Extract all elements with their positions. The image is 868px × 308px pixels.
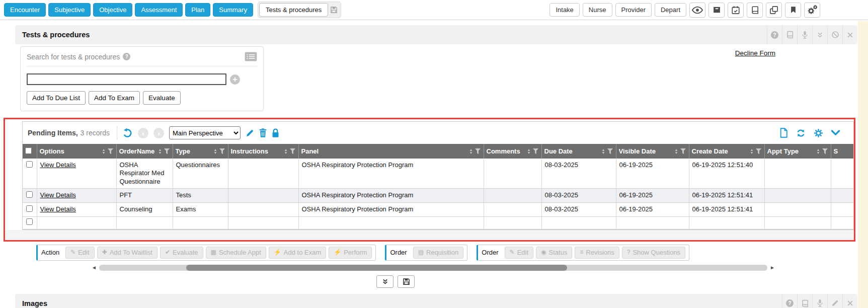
tab-encounter[interactable]: Encounter [4, 3, 46, 17]
search-input[interactable] [27, 73, 226, 85]
expand-more-button[interactable] [376, 275, 393, 288]
add-to-waitlist-button[interactable]: ✚Add To Waitlist [97, 247, 157, 259]
select-all-checkbox[interactable] [25, 147, 32, 154]
prev-icon[interactable]: ‹ [138, 128, 148, 138]
archive-icon[interactable] [708, 3, 725, 18]
filter-icon[interactable] [164, 148, 170, 155]
eye-icon[interactable] [689, 3, 705, 18]
tab-summary[interactable]: Summary [213, 3, 253, 17]
filter-icon[interactable] [756, 148, 762, 155]
row-checkbox[interactable] [26, 191, 33, 198]
status-button[interactable]: ◉Status [536, 247, 572, 259]
filter-icon[interactable] [533, 148, 539, 155]
help-icon[interactable]: ? [767, 25, 782, 44]
help-icon[interactable]: ? [782, 294, 797, 308]
scroll-right-icon[interactable]: ► [770, 265, 775, 270]
scrollbar-thumb[interactable] [186, 265, 567, 271]
save-layout-icon[interactable] [330, 6, 338, 14]
tab-tests-procedures[interactable]: Tests & procedures [259, 3, 328, 17]
book-icon[interactable] [797, 294, 812, 308]
schedule-appt-button[interactable]: ▦Schedule Appt [206, 247, 266, 259]
pencil-icon[interactable] [246, 129, 254, 137]
collapse-icon[interactable] [812, 25, 827, 44]
lock-icon[interactable] [272, 128, 279, 137]
perform-button[interactable]: ⚡Perform [329, 247, 372, 259]
filter-icon[interactable] [607, 148, 613, 155]
bookmark-icon[interactable] [785, 3, 801, 18]
col-due-date[interactable]: Due Date▲▼ [541, 144, 616, 159]
depart-button[interactable]: Depart [655, 3, 686, 17]
order-edit-button[interactable]: ✎Edit [505, 247, 533, 259]
filter-icon[interactable] [219, 148, 225, 155]
chevron-down-icon[interactable] [831, 129, 840, 136]
nurse-button[interactable]: Nurse [583, 3, 612, 17]
sort-icon[interactable]: ▲▼ [527, 148, 531, 155]
show-questions-button[interactable]: ?Show Questions [622, 247, 685, 259]
col-clipped[interactable]: S [831, 144, 854, 159]
sort-icon[interactable]: ▲▼ [675, 148, 678, 155]
add-to-due-list-button[interactable]: Add To Due List [27, 91, 86, 105]
search-help-icon[interactable]: ? [123, 53, 130, 60]
view-details-link[interactable]: View Details [40, 205, 76, 213]
add-plus-icon[interactable]: + [230, 74, 240, 85]
book-icon[interactable] [747, 3, 763, 18]
col-options[interactable]: Options▲▼ [37, 144, 116, 159]
undo-icon[interactable] [122, 128, 133, 138]
perspective-select[interactable]: Main Perspective [169, 126, 241, 139]
revisions-button[interactable]: ≡Revisions [575, 247, 619, 259]
add-to-exam-button[interactable]: Add To Exam [89, 91, 140, 105]
scroll-left-icon[interactable]: ◄ [92, 265, 97, 270]
settings-gears-icon[interactable] [804, 3, 820, 18]
view-details-link[interactable]: View Details [40, 191, 76, 199]
filter-icon[interactable] [475, 148, 481, 155]
trash-icon[interactable] [259, 128, 267, 137]
intake-button[interactable]: Intake [549, 3, 579, 17]
new-document-icon[interactable] [779, 128, 788, 138]
sort-icon[interactable]: ▲▼ [214, 148, 217, 155]
sort-icon[interactable]: ▲▼ [817, 148, 820, 155]
col-visible-date[interactable]: Visible Date▲▼ [616, 144, 689, 159]
evaluate-action-button[interactable]: ✔Evaluate [160, 247, 203, 259]
book-icon[interactable] [782, 25, 797, 44]
edit-button[interactable]: ✎Edit [65, 247, 94, 259]
sort-icon[interactable]: ▲▼ [750, 148, 754, 155]
row-checkbox[interactable] [26, 205, 33, 212]
filter-icon[interactable] [108, 148, 114, 155]
col-create-date[interactable]: Create Date▲▼ [689, 144, 764, 159]
scrollbar-track[interactable] [99, 265, 767, 271]
col-instructions[interactable]: Instructions▲▼ [228, 144, 298, 159]
pencil-icon[interactable] [827, 294, 842, 308]
filter-icon[interactable] [822, 148, 828, 155]
gear-icon[interactable] [814, 128, 823, 138]
row-checkbox[interactable] [26, 161, 33, 168]
sort-icon[interactable]: ▲▼ [602, 148, 605, 155]
row-checkbox[interactable] [26, 218, 33, 225]
list-icon[interactable] [245, 52, 257, 61]
close-icon[interactable] [842, 25, 857, 44]
tab-plan[interactable]: Plan [185, 3, 210, 17]
filter-icon[interactable] [290, 148, 296, 155]
block-icon[interactable] [827, 25, 842, 44]
col-type[interactable]: Type▲▼ [173, 144, 228, 159]
sort-icon[interactable]: ▲▼ [284, 148, 288, 155]
col-panel[interactable]: Panel▲▼ [298, 144, 484, 159]
decline-form-link[interactable]: Decline Form [735, 49, 775, 57]
copy-icon[interactable] [766, 3, 782, 18]
requisition-button[interactable]: ▤Requisition [413, 247, 464, 259]
save-button[interactable] [398, 275, 415, 288]
sort-icon[interactable]: ▲▼ [159, 148, 162, 155]
next-icon[interactable]: › [153, 128, 164, 138]
add-to-exam-action-button[interactable]: ⚡Add to Exam [269, 247, 326, 259]
view-details-link[interactable]: View Details [40, 161, 76, 169]
col-comments[interactable]: Comments▲▼ [484, 144, 541, 159]
close-icon[interactable] [842, 294, 857, 308]
tab-objective[interactable]: Objective [93, 3, 132, 17]
tab-subjective[interactable]: Subjective [48, 3, 91, 17]
sort-icon[interactable]: ▲▼ [102, 148, 106, 155]
calendar-check-icon[interactable] [728, 3, 744, 18]
filter-icon[interactable] [680, 148, 686, 155]
evaluate-button[interactable]: Evaluate [143, 91, 181, 105]
microphone-icon[interactable] [812, 294, 827, 308]
col-ordername[interactable]: OrderName▲▼ [116, 144, 173, 159]
tab-assessment[interactable]: Assessment [135, 3, 183, 17]
